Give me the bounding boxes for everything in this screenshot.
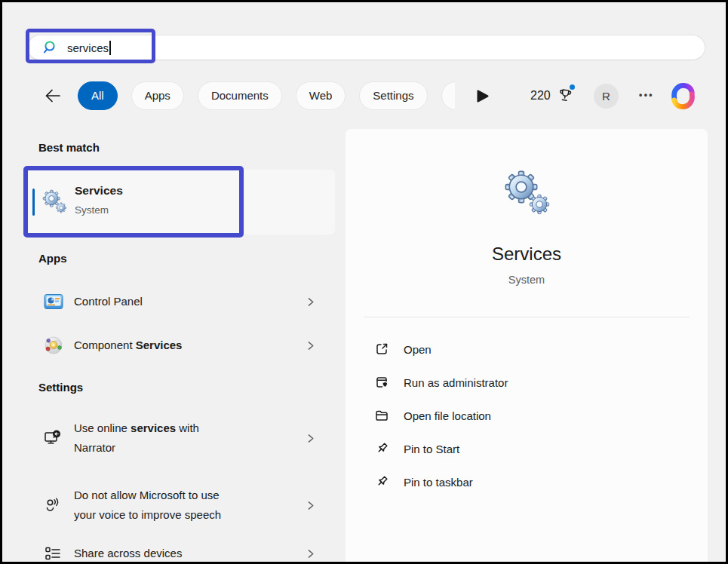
action-label: Pin to taskbar	[404, 476, 473, 489]
action-list: Open Run as administrator	[346, 333, 708, 498]
tabs-scroll-right-icon[interactable]	[477, 90, 489, 103]
more-options-button[interactable]: •••	[635, 90, 658, 100]
chevron-right-icon[interactable]	[306, 549, 315, 559]
tab-settings[interactable]: Settings	[359, 81, 427, 110]
result-label: Use online services withNarrator	[74, 418, 285, 458]
search-input[interactable]: services	[27, 35, 705, 60]
result-label: Do not allow Microsoft to useyour voice …	[74, 486, 285, 525]
services-gears-icon	[41, 189, 67, 215]
chevron-right-icon[interactable]	[306, 297, 315, 307]
narrator-icon	[44, 429, 62, 447]
action-open[interactable]: Open	[346, 333, 708, 366]
search-flyout-window: services All Apps Documents Web Settings…	[0, 0, 728, 564]
detail-title: Services	[346, 244, 708, 265]
copilot-icon[interactable]	[670, 83, 696, 109]
action-pin-to-start[interactable]: Pin to Start	[346, 432, 708, 465]
apps-header: Apps	[38, 252, 67, 265]
action-label: Open file location	[404, 409, 491, 422]
divider	[364, 317, 690, 317]
account-avatar[interactable]: R	[594, 84, 619, 109]
avatar-initial: R	[602, 90, 610, 103]
text-caret	[109, 41, 111, 55]
tab-documents[interactable]: Documents	[198, 81, 282, 110]
chevron-right-icon[interactable]	[306, 501, 315, 510]
pin-icon	[374, 474, 389, 489]
best-match-result[interactable]: Services System	[27, 170, 335, 234]
result-label: Share across devices	[74, 544, 285, 563]
best-match-title: Services	[75, 184, 123, 198]
action-label: Open	[404, 343, 432, 356]
speech-person-icon	[44, 496, 62, 514]
pin-icon	[374, 441, 389, 456]
control-panel-icon	[44, 292, 63, 311]
result-label: Control Panel	[74, 292, 285, 311]
action-label: Run as administrator	[404, 376, 508, 389]
services-gears-icon-large	[502, 170, 551, 218]
rewards-badge[interactable]: 220	[530, 85, 574, 106]
settings-header: Settings	[38, 381, 83, 394]
selection-accent-bar	[32, 189, 35, 216]
search-value: services	[67, 41, 109, 54]
open-external-icon	[374, 342, 389, 357]
tab-all[interactable]: All	[78, 81, 118, 110]
action-open-file-location[interactable]: Open file location	[346, 399, 708, 432]
tab-web[interactable]: Web	[296, 81, 346, 110]
action-pin-to-taskbar[interactable]: Pin to taskbar	[346, 465, 708, 498]
result-detail-panel: Services System Open	[346, 129, 708, 564]
best-match-header: Best match	[38, 141, 100, 154]
tab-folders[interactable]: Folders	[441, 81, 455, 110]
best-match-subtitle: System	[75, 204, 109, 216]
detail-subtitle: System	[346, 274, 708, 286]
result-label: Component Services	[74, 336, 285, 355]
trophy-icon	[556, 86, 574, 106]
action-run-as-admin[interactable]: Run as administrator	[346, 366, 708, 399]
chevron-right-icon[interactable]	[306, 434, 315, 443]
device-list-icon	[44, 545, 62, 563]
rewards-points: 220	[530, 89, 551, 103]
notification-dot	[570, 84, 575, 90]
action-label: Pin to Start	[404, 443, 459, 455]
tab-apps[interactable]: Apps	[131, 81, 184, 110]
back-button[interactable]	[44, 87, 62, 104]
chevron-right-icon[interactable]	[306, 341, 315, 351]
component-services-icon	[44, 336, 63, 355]
filter-tabs: All Apps Documents Web Settings Folders	[78, 81, 455, 110]
admin-shield-icon	[374, 375, 389, 390]
search-icon	[42, 40, 57, 55]
folder-icon	[374, 408, 389, 423]
